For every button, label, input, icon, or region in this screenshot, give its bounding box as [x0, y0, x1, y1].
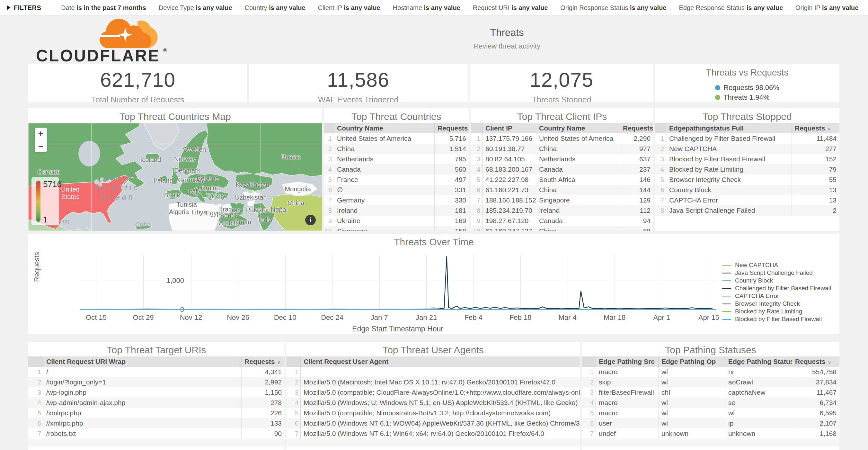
table-row[interactable]: 1Challenged by Filter Based Firewall11,4… [655, 133, 839, 144]
table-row[interactable]: 468.183.200.167Canada237 [471, 164, 653, 175]
table-row[interactable]: 8Ireland181 [324, 205, 469, 216]
table-row[interactable]: 1United States of America5,716 [324, 133, 469, 144]
filter-item[interactable]: Hostname is any value [393, 4, 460, 11]
table-cell: Country Block [666, 185, 792, 195]
zoom-in-button[interactable]: + [35, 128, 47, 140]
filter-item[interactable]: Edge Response Status is any value [679, 4, 783, 11]
table-row[interactable]: 4Blocked by Rate Limiting79 [655, 164, 839, 175]
table-row[interactable]: 6//xmlrpc.php133 [28, 418, 285, 428]
table-row[interactable]: 7CAPTCHA Error13 [655, 195, 839, 205]
table-row[interactable]: 1macrowlnr554,758 [582, 367, 839, 377]
table-row[interactable]: 6∅331 [324, 185, 469, 195]
legend-item[interactable]: Challenged by Filter Based Firewall [722, 284, 831, 292]
info-icon[interactable]: i [305, 215, 316, 225]
tile-title: Top Threat Target URIs [28, 342, 285, 357]
legend-item[interactable]: Blocked by Rate Limiting [722, 308, 831, 315]
filter-item[interactable]: Client IP is any value [318, 4, 380, 11]
table-row[interactable]: 5macrowlwl6,595 [582, 408, 839, 418]
column-header[interactable]: Country Name [536, 123, 620, 133]
table-row[interactable]: 2New CAPTCHA277 [655, 144, 839, 154]
row-number: 3 [286, 387, 301, 398]
filter-item[interactable]: Country is any value [245, 4, 306, 11]
table-row[interactable]: 7188.166.188.152Singapore129 [471, 195, 653, 205]
table-row[interactable]: 2China1,514 [324, 144, 469, 154]
table-row[interactable]: 380.82.64.105Netherlands637 [471, 154, 653, 164]
table-row[interactable]: 1/4,341 [28, 367, 285, 377]
zoom-out-button[interactable]: − [35, 140, 47, 152]
table-row[interactable]: 6userwlip2,107 [582, 418, 839, 428]
filter-item[interactable]: Origin Response Status is any value [560, 4, 666, 11]
legend-label: Threats 1.94% [723, 93, 769, 101]
column-header[interactable]: Client IP [483, 123, 536, 133]
top-pathing-statuses-tile: Top Pathing Statuses Edge Pathing SrcEdg… [582, 342, 839, 450]
filter-item[interactable]: Device Type is any value [159, 4, 232, 11]
filter-item[interactable]: Date is in the past 7 months [61, 4, 146, 11]
column-header[interactable]: Requests∨ [792, 123, 839, 133]
cloudflare-logo: CLOUDFLARE ® [36, 16, 171, 64]
table-row[interactable]: 10Singapore158 [324, 226, 469, 231]
column-header[interactable]: Requests∨ [620, 123, 653, 133]
column-header[interactable]: Requests∨ [792, 357, 839, 367]
column-header[interactable]: Requests∨ [241, 357, 285, 367]
table-row[interactable]: 7undefunknownunknown1,168 [582, 428, 839, 439]
table-cell: 4,341 [241, 367, 285, 377]
table-row[interactable]: 1061.160.247.137China88 [471, 226, 653, 231]
table-row[interactable]: 8Java Script Challenge Failed2 [655, 205, 839, 216]
table-row[interactable]: 3/wp-login.php1,150 [28, 387, 285, 398]
column-header[interactable]: Requests∨ [434, 123, 469, 133]
table-row[interactable]: 2skipwlaoCrawl37,834 [582, 377, 839, 387]
table-row[interactable]: 3filterBasedFirewallchlcaptchaNew11,467 [582, 387, 839, 398]
legend-item[interactable]: New CAPTCHA [722, 261, 831, 269]
table-row[interactable]: 4/wp-admin/admin-ajax.php278 [28, 398, 285, 408]
legend-item[interactable]: Browser Integrity Check [722, 300, 831, 308]
table-cell: 94 [620, 216, 653, 226]
table-row[interactable]: 9Ukraine169 [324, 216, 469, 226]
world-map[interactable]: CanadaUnited StatesMexicoCubaIcelandIrel… [28, 123, 322, 231]
legend-item[interactable]: CAPTCHA Error [722, 292, 831, 300]
table-cell: 137.175.79.166 [483, 133, 536, 144]
legend-item[interactable]: Country Block [722, 277, 831, 284]
filters-toggle[interactable]: FILTERS [7, 4, 41, 11]
table-cell: Canada [334, 164, 434, 175]
table-row[interactable]: 5France497 [324, 175, 469, 185]
table-row[interactable]: 4macrowlse6,734 [582, 398, 839, 408]
table-row[interactable]: 3Netherlands795 [324, 154, 469, 164]
legend-item[interactable]: Java Script Challenge Failed [722, 269, 831, 277]
column-header[interactable]: Client Request User Agent [301, 357, 580, 367]
table-row[interactable]: 3Mozilla/5.0 (compatible; CloudFlare-Alw… [286, 387, 580, 398]
table-row[interactable]: 6Mozilla/5.0 (Windows NT 6.1; WOW64) App… [286, 418, 580, 428]
table-row[interactable]: 661.160.221.73China144 [471, 185, 653, 195]
row-number: 2 [582, 377, 596, 387]
filter-item[interactable]: Origin IP is any value [796, 4, 858, 11]
column-header[interactable]: Client Request URI Wrap [43, 357, 241, 367]
legend-item[interactable]: Blocked by Filter Based Firewall [722, 315, 831, 323]
table-row[interactable]: 5Mozilla/5.0 (compatible; Nimbostratus-B… [286, 408, 580, 418]
table-row[interactable]: 2Mozilla/5.0 (Macintosh; Intel Mac OS X … [286, 377, 580, 387]
column-header[interactable]: Edge Pathing Src [596, 357, 658, 367]
table-row[interactable]: 7Mozilla/5.0 (Windows NT 6.1; Win64; x64… [286, 428, 580, 439]
table-row[interactable]: 8185.234.219.70Ireland112 [471, 205, 653, 216]
table-row[interactable]: 4Canada560 [324, 164, 469, 175]
table-row[interactable]: 2/login/?login_only=12,992 [28, 377, 285, 387]
table-row[interactable]: 260.191.38.77China977 [471, 144, 653, 154]
table-row[interactable]: 1137.175.79.166United States of America2… [471, 133, 653, 144]
table-cell: undef [596, 428, 658, 439]
table-row[interactable]: 7Germany330 [324, 195, 469, 205]
table-row[interactable]: 1 [286, 367, 580, 377]
threats-over-time-chart[interactable] [80, 255, 716, 311]
column-header[interactable]: Edgepathingstatus Full [666, 123, 792, 133]
table-row[interactable]: 7/robots.txt90 [28, 428, 285, 439]
table-row[interactable]: 6Country Block13 [655, 185, 839, 195]
table-row[interactable]: 541.222.227.98South Africa146 [471, 175, 653, 185]
table-row[interactable]: 9198.27.67.120Canada94 [471, 216, 653, 226]
table-cell: Mozilla/5.0 (compatible; Nimbostratus-Bo… [301, 408, 580, 418]
table-row[interactable]: 5Browser Integrity Check55 [655, 175, 839, 185]
table-row[interactable]: 3Blocked by Filter Based Firewall152 [655, 154, 839, 164]
column-header[interactable]: Country Name [334, 123, 434, 133]
table-row[interactable]: 4Mozilla/5.0 (Windows; U; Windows NT 5.1… [286, 398, 580, 408]
column-header[interactable]: Edge Pathing Op [658, 357, 725, 367]
table-row[interactable]: 5/xmlrpc.php226 [28, 408, 285, 418]
filter-item[interactable]: Request URI is any value [473, 4, 548, 11]
column-header[interactable]: Edge Pathing Status [725, 357, 792, 367]
table-cell: 169 [434, 216, 469, 226]
